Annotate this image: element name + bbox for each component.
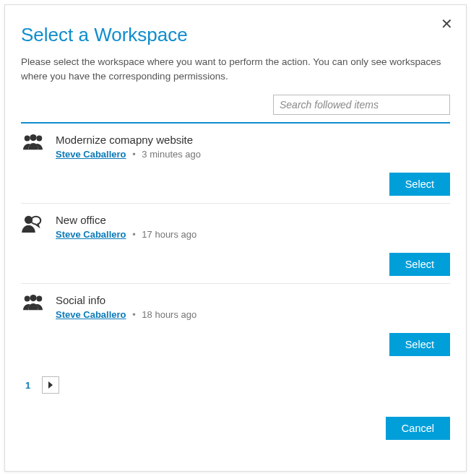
group-icon bbox=[21, 294, 46, 316]
select-button[interactable]: Select bbox=[389, 333, 450, 356]
author-link[interactable]: Steve Caballero bbox=[56, 229, 126, 240]
workspace-title: New office bbox=[56, 214, 450, 226]
timestamp: 18 hours ago bbox=[142, 309, 196, 320]
person-speech-icon bbox=[21, 214, 46, 235]
svg-point-1 bbox=[30, 134, 36, 141]
search-input[interactable] bbox=[273, 95, 450, 115]
separator-dot: • bbox=[132, 229, 136, 240]
svg-point-0 bbox=[25, 136, 30, 142]
page-next-button[interactable] bbox=[42, 376, 59, 394]
pager: 1 bbox=[21, 376, 450, 394]
cancel-button[interactable]: Cancel bbox=[386, 417, 450, 440]
separator-dot: • bbox=[132, 309, 136, 320]
close-icon[interactable]: ✕ bbox=[441, 17, 453, 31]
workspace-title: Modernize comapny website bbox=[56, 134, 450, 146]
svg-point-4 bbox=[25, 296, 30, 302]
svg-point-5 bbox=[30, 295, 36, 301]
list-item: Modernize comapny website Steve Caballer… bbox=[21, 124, 450, 204]
timestamp: 3 minutes ago bbox=[142, 149, 201, 160]
workspace-title: Social info bbox=[56, 294, 450, 306]
select-button[interactable]: Select bbox=[389, 173, 450, 196]
timestamp: 17 hours ago bbox=[142, 229, 196, 240]
select-button[interactable]: Select bbox=[389, 253, 450, 276]
select-workspace-dialog: ✕ Select a Workspace Please select the w… bbox=[4, 4, 467, 472]
workspace-list: Modernize comapny website Steve Caballer… bbox=[21, 124, 450, 363]
author-link[interactable]: Steve Caballero bbox=[56, 149, 126, 160]
list-item: Social info Steve Caballero • 18 hours a… bbox=[21, 284, 450, 363]
dialog-subtitle: Please select the workspace where you wa… bbox=[21, 55, 450, 83]
author-link[interactable]: Steve Caballero bbox=[56, 309, 126, 320]
separator-dot: • bbox=[132, 149, 136, 160]
dialog-title: Select a Workspace bbox=[21, 24, 450, 46]
chevron-right-icon bbox=[48, 380, 53, 391]
svg-point-2 bbox=[36, 136, 42, 142]
list-item: New office Steve Caballero • 17 hours ag… bbox=[21, 204, 450, 284]
group-icon bbox=[21, 134, 46, 155]
page-number-current[interactable]: 1 bbox=[21, 377, 35, 394]
svg-point-6 bbox=[36, 296, 42, 302]
